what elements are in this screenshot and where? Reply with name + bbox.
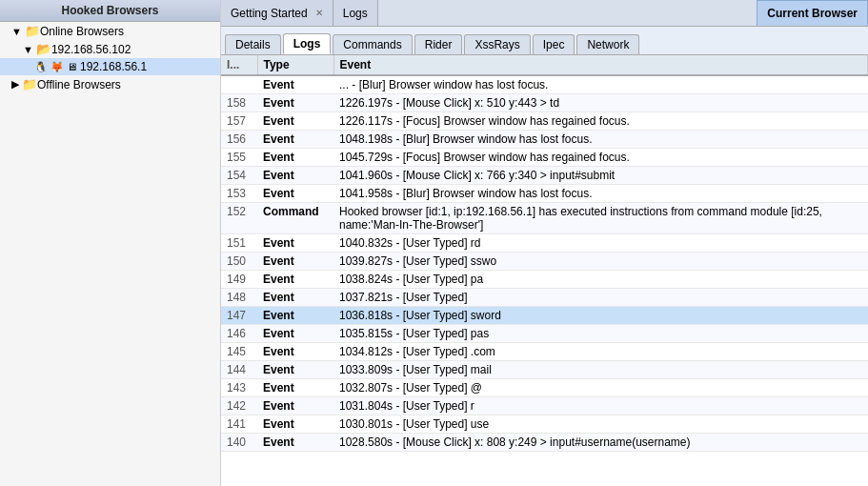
sidebar-item-online-browsers[interactable]: ▼ 📁 Online Browsers (0, 22, 220, 40)
table-row[interactable]: 142Event1031.804s - [User Typed] r (221, 397, 868, 415)
sub-tab-details[interactable]: Details (225, 34, 281, 54)
table-row[interactable]: 158Event1226.197s - [Mouse Click] x: 510… (221, 94, 868, 112)
cell-index: 149 (221, 271, 257, 289)
cell-event: 1030.801s - [User Typed] use (333, 415, 868, 434)
cell-index: 158 (221, 94, 257, 112)
expand-icon-2: ▼ (23, 44, 33, 55)
sidebar: Hooked Browsers ▼ 📁 Online Browsers ▼ 📂 … (0, 0, 221, 486)
tab-logs-label: Logs (343, 7, 368, 20)
browser-icon: 🐧 (34, 61, 48, 73)
tab-current-browser-label: Current Browser (767, 7, 858, 20)
top-tab-bar: Getting Started ✕ Logs Current Browser (221, 0, 868, 27)
cell-index: 152 (221, 203, 257, 234)
table-row[interactable]: 157Event1226.117s - [Focus] Browser wind… (221, 112, 868, 131)
sub-tab-rider-label: Rider (425, 38, 453, 51)
table-row[interactable]: 144Event1033.809s - [User Typed] mail (221, 361, 868, 379)
cell-index: 157 (221, 112, 257, 131)
cell-index: 155 (221, 149, 257, 167)
tab-current-browser[interactable]: Current Browser (757, 0, 868, 26)
cell-type: Event (257, 397, 333, 415)
cell-event: 1031.804s - [User Typed] r (333, 397, 868, 415)
table-row[interactable]: 149Event1038.824s - [User Typed] pa (221, 271, 868, 289)
cell-event: 1028.580s - [Mouse Click] x: 808 y:249 >… (333, 434, 868, 452)
cell-index: 153 (221, 185, 257, 203)
folder-icon-3: 📁 (22, 77, 37, 91)
table-row[interactable]: 140Event1028.580s - [Mouse Click] x: 808… (221, 434, 868, 452)
sidebar-header: Hooked Browsers (0, 0, 220, 22)
folder-icon: 📁 (25, 24, 40, 38)
table-header-row: I... Type Event (221, 55, 868, 75)
table-row[interactable]: 147Event1036.818s - [User Typed] sword (221, 307, 868, 325)
cell-type: Event (257, 131, 333, 149)
sidebar-item-ip-group[interactable]: ▼ 📂 192.168.56.102 (0, 40, 220, 58)
cell-index: 154 (221, 167, 257, 185)
cell-type: Event (257, 271, 333, 289)
cell-index: 144 (221, 361, 257, 379)
table-row[interactable]: 150Event1039.827s - [User Typed] sswo (221, 253, 868, 271)
table-row[interactable]: 143Event1032.807s - [User Typed] @ (221, 379, 868, 397)
sub-tab-ipec[interactable]: Ipec (533, 34, 575, 54)
table-row[interactable]: 155Event1045.729s - [Focus] Browser wind… (221, 149, 868, 167)
table-row[interactable]: 151Event1040.832s - [User Typed] rd (221, 234, 868, 253)
cell-event: 1036.818s - [User Typed] sword (333, 307, 868, 325)
cell-index: 148 (221, 289, 257, 307)
cell-event: 1045.729s - [Focus] Browser window has r… (333, 149, 868, 167)
table-row[interactable]: 156Event1048.198s - [Blur] Browser windo… (221, 131, 868, 149)
cell-type: Event (257, 75, 333, 94)
cell-index: 140 (221, 434, 257, 452)
cell-type: Event (257, 325, 333, 343)
main-panel: Getting Started ✕ Logs Current Browser D… (221, 0, 868, 486)
cell-event: ... - [Blur] Browser window has lost foc… (333, 75, 868, 94)
sidebar-item-offline-browsers[interactable]: ▶ 📁 Offline Browsers (0, 75, 220, 93)
expand-icon-3: ▶ (11, 78, 19, 91)
folder-icon-2: 📂 (36, 42, 51, 56)
cell-type: Event (257, 112, 333, 131)
table-row[interactable]: 141Event1030.801s - [User Typed] use (221, 415, 868, 434)
cell-event: 1034.812s - [User Typed] .com (333, 343, 868, 361)
browser-icon-2: 🦊 (50, 61, 64, 73)
sub-tab-rider[interactable]: Rider (414, 34, 463, 54)
sub-tab-logs[interactable]: Logs (283, 33, 332, 54)
col-header-event: Event (333, 55, 868, 75)
expand-icon: ▼ (11, 26, 22, 37)
cell-index: 142 (221, 397, 257, 415)
cell-event: 1041.958s - [Blur] Browser window has lo… (333, 185, 868, 203)
cell-index (221, 75, 257, 94)
cell-event: Hooked browser [id:1, ip:192.168.56.1] h… (333, 203, 868, 234)
cell-event: 1040.832s - [User Typed] rd (333, 234, 868, 253)
cell-type: Event (257, 94, 333, 112)
browser-icon-3: 🖥 (67, 61, 77, 72)
sub-tab-logs-label: Logs (293, 37, 321, 51)
cell-event: 1035.815s - [User Typed] pas (333, 325, 868, 343)
sub-tab-xssrays-label: XssRays (474, 38, 519, 51)
sub-tab-network[interactable]: Network (576, 34, 639, 54)
table-row[interactable]: 148Event1037.821s - [User Typed] (221, 289, 868, 307)
cell-type: Event (257, 379, 333, 397)
table-row[interactable]: 153Event1041.958s - [Blur] Browser windo… (221, 185, 868, 203)
tab-logs[interactable]: Logs (333, 0, 378, 26)
log-table-area[interactable]: I... Type Event Event... - [Blur] Browse… (221, 55, 868, 486)
table-row[interactable]: Event... - [Blur] Browser window has los… (221, 75, 868, 94)
cell-event: 1032.807s - [User Typed] @ (333, 379, 868, 397)
tab-getting-started[interactable]: Getting Started ✕ (221, 0, 333, 26)
close-getting-started-icon[interactable]: ✕ (315, 8, 323, 18)
table-row[interactable]: 152CommandHooked browser [id:1, ip:192.1… (221, 203, 868, 234)
log-table-body: Event... - [Blur] Browser window has los… (221, 75, 868, 452)
online-browsers-label: Online Browsers (40, 25, 124, 38)
sub-tab-xssrays[interactable]: XssRays (464, 34, 530, 54)
cell-index: 150 (221, 253, 257, 271)
cell-index: 143 (221, 379, 257, 397)
sub-tab-commands-label: Commands (343, 38, 401, 51)
cell-type: Event (257, 149, 333, 167)
sub-tab-bar: Details Logs Commands Rider XssRays Ipec… (221, 27, 868, 55)
table-row[interactable]: 146Event1035.815s - [User Typed] pas (221, 325, 868, 343)
table-row[interactable]: 145Event1034.812s - [User Typed] .com (221, 343, 868, 361)
sub-tab-details-label: Details (235, 38, 271, 51)
table-row[interactable]: 154Event1041.960s - [Mouse Click] x: 766… (221, 167, 868, 185)
sidebar-item-browser[interactable]: 🐧 🦊 🖥 192.168.56.1 (0, 58, 220, 75)
cell-index: 147 (221, 307, 257, 325)
cell-type: Event (257, 307, 333, 325)
cell-type: Event (257, 234, 333, 253)
cell-type: Event (257, 343, 333, 361)
sub-tab-commands[interactable]: Commands (333, 34, 412, 54)
